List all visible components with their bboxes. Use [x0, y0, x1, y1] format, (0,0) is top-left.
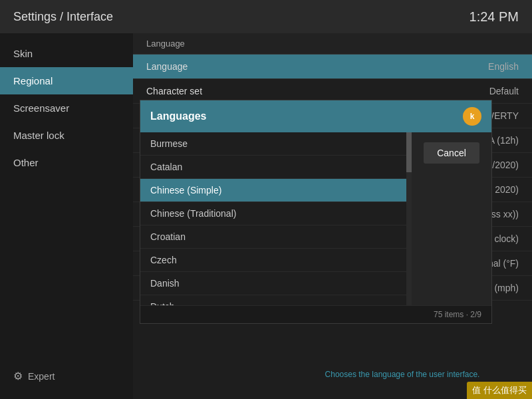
- sidebar: Skin Regional Screensaver Master lock Ot…: [0, 33, 133, 399]
- expert-button[interactable]: ⚙ Expert: [0, 363, 133, 389]
- hint-text: Chooses the language of the user interfa…: [273, 370, 532, 379]
- scrollbar-track[interactable]: [406, 132, 412, 305]
- section-label: Language: [146, 39, 185, 49]
- gear-icon: ⚙: [13, 370, 23, 382]
- watermark: 值 什么值得买: [467, 382, 532, 399]
- lang-item-croatian[interactable]: Croatian: [140, 225, 406, 249]
- modal-footer: 75 items · 2/9: [140, 305, 491, 323]
- svg-text:k: k: [470, 112, 475, 121]
- kodi-icon: k: [463, 107, 481, 126]
- sidebar-item-masterlock[interactable]: Master lock: [0, 122, 133, 149]
- language-value: English: [488, 61, 519, 72]
- page-title: Settings / Interface: [13, 10, 113, 24]
- modal-sidebar: Cancel: [412, 132, 491, 305]
- sidebar-item-other[interactable]: Other: [0, 149, 133, 176]
- watermark-text: 值 什么值得买: [472, 385, 527, 395]
- modal-title: Languages: [150, 110, 206, 122]
- sidebar-item-skin[interactable]: Skin: [0, 40, 133, 67]
- charset-label: Character set: [146, 86, 202, 96]
- lang-item-catalan[interactable]: Catalan: [140, 156, 406, 179]
- charset-value: Default: [489, 86, 519, 96]
- settings-row-language[interactable]: Language English: [133, 55, 532, 79]
- languages-modal: Languages k Burmese Catalan Chinese (Sim…: [140, 100, 492, 324]
- lang-item-dutch[interactable]: Dutch: [140, 295, 406, 305]
- lang-item-burmese[interactable]: Burmese: [140, 132, 406, 156]
- lang-item-czech[interactable]: Czech: [140, 249, 406, 272]
- expert-label: Expert: [28, 371, 55, 382]
- sidebar-item-screensaver[interactable]: Screensaver: [0, 94, 133, 122]
- lang-item-chinese-simple[interactable]: Chinese (Simple): [140, 179, 406, 202]
- clock: 1:24 PM: [469, 9, 519, 25]
- header: Settings / Interface 1:24 PM: [0, 0, 532, 33]
- cancel-button[interactable]: Cancel: [424, 142, 479, 164]
- lang-item-chinese-traditional[interactable]: Chinese (Traditional): [140, 202, 406, 225]
- scrollbar-thumb[interactable]: [406, 132, 412, 172]
- modal-item-count: 75 items · 2/9: [434, 310, 481, 319]
- lang-item-danish[interactable]: Danish: [140, 272, 406, 295]
- modal-body: Burmese Catalan Chinese (Simple) Chinese…: [140, 132, 491, 305]
- main-layout: Skin Regional Screensaver Master lock Ot…: [0, 33, 532, 399]
- sidebar-item-regional[interactable]: Regional: [0, 67, 133, 94]
- language-label: Language: [146, 61, 188, 72]
- language-list[interactable]: Burmese Catalan Chinese (Simple) Chinese…: [140, 132, 406, 305]
- modal-header: Languages k: [140, 100, 491, 132]
- section-header: Language: [133, 33, 532, 55]
- content-area: Language Language English Character set …: [133, 33, 532, 399]
